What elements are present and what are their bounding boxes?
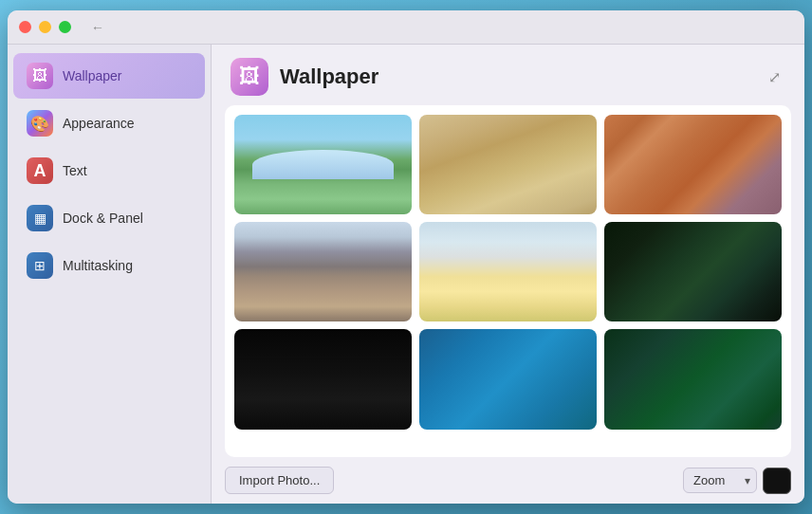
sidebar-item-appearance-label: Appearance [63, 116, 135, 131]
panel-title: Wallpaper [280, 64, 378, 89]
sidebar-item-appearance[interactable]: 🎨 Appearance [13, 101, 205, 146]
sidebar-item-multitasking[interactable]: ⊞ Multitasking [13, 243, 205, 288]
appearance-icon: 🎨 [27, 110, 53, 137]
sidebar-item-text[interactable]: A Text [13, 148, 205, 193]
wallpaper-thumb-9[interactable] [604, 329, 782, 429]
back-button[interactable]: ← [86, 16, 109, 39]
nav-buttons: ← [86, 16, 109, 39]
main-content: 🖼 Wallpaper 🎨 Appearance A Text ▦ Dock &… [8, 45, 804, 504]
sidebar-item-dock-label: Dock & Panel [63, 211, 143, 226]
panel-header-icon: 🖼 [231, 58, 268, 96]
color-picker-button[interactable] [763, 468, 791, 494]
sidebar-item-wallpaper[interactable]: 🖼 Wallpaper [13, 53, 205, 99]
sidebar-item-text-label: Text [63, 163, 87, 178]
maximize-button[interactable] [59, 21, 71, 33]
wallpaper-thumb-4[interactable] [234, 222, 412, 321]
dock-icon: ▦ [27, 205, 53, 231]
wallpaper-icon: 🖼 [27, 63, 53, 89]
text-icon: A [27, 157, 53, 184]
wallpaper-grid-container[interactable] [225, 105, 791, 457]
zoom-select-wrapper: Zoom Fit Fill Stretch Center [683, 468, 757, 493]
panel-footer: Import Photo... Zoom Fit Fill Stretch Ce… [212, 457, 804, 504]
zoom-control: Zoom Fit Fill Stretch Center [683, 468, 791, 494]
expand-button[interactable]: ⤢ [763, 65, 785, 88]
wallpaper-thumb-2[interactable] [419, 115, 597, 214]
wallpaper-thumb-8[interactable] [419, 329, 597, 429]
sidebar-item-dock-panel[interactable]: ▦ Dock & Panel [13, 195, 205, 241]
multitask-icon: ⊞ [27, 252, 53, 279]
zoom-select[interactable]: Zoom Fit Fill Stretch Center [683, 468, 757, 493]
titlebar: ← [8, 10, 804, 45]
wallpaper-thumb-5[interactable] [419, 222, 597, 321]
wallpaper-thumb-6[interactable] [604, 222, 782, 321]
settings-window: ← 🖼 Wallpaper 🎨 Appearance A Text ▦ Dock… [8, 10, 804, 504]
wallpaper-thumb-7[interactable] [234, 329, 412, 429]
sidebar: 🖼 Wallpaper 🎨 Appearance A Text ▦ Dock &… [8, 45, 212, 504]
close-button[interactable] [19, 21, 31, 33]
wallpaper-grid [234, 115, 782, 430]
wallpaper-thumb-3[interactable] [604, 115, 782, 214]
panel-header: 🖼 Wallpaper ⤢ [212, 45, 804, 105]
minimize-button[interactable] [39, 21, 51, 33]
panel: 🖼 Wallpaper ⤢ [212, 45, 804, 504]
wallpaper-thumb-1[interactable] [234, 115, 412, 214]
sidebar-item-multitask-label: Multitasking [63, 258, 133, 273]
import-photo-button[interactable]: Import Photo... [225, 467, 334, 494]
sidebar-item-wallpaper-label: Wallpaper [63, 68, 122, 83]
